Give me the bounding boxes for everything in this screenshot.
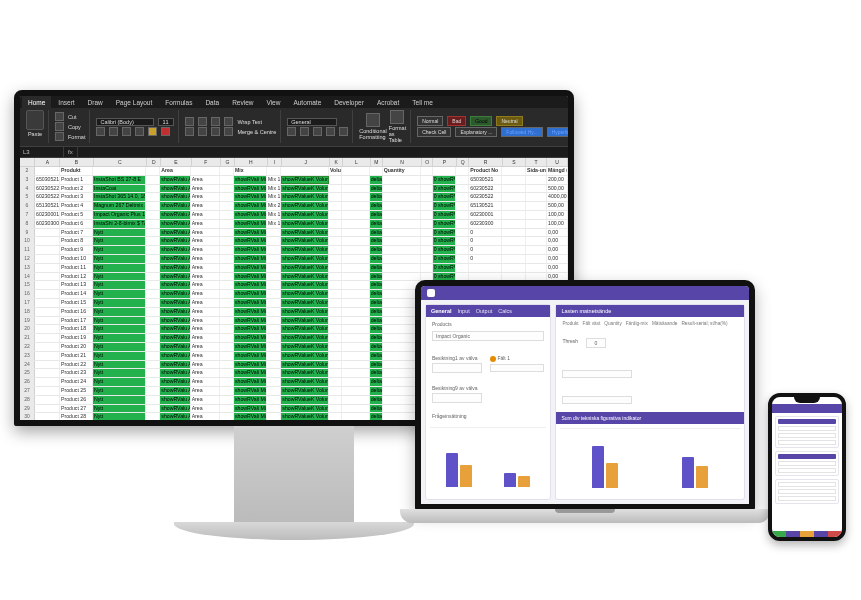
phone-nav-item[interactable] [800, 531, 814, 537]
col-header-R[interactable]: R [469, 158, 502, 167]
phone-field-8[interactable] [778, 496, 836, 501]
percent-icon[interactable] [300, 127, 309, 136]
phone-field-3[interactable] [778, 440, 836, 445]
style-followed[interactable]: Followed Hy... [501, 127, 542, 137]
table-row[interactable]: 2ProduktAreaMixVolumeQuantityProduct NoS… [20, 167, 568, 176]
col-header-C[interactable]: C [94, 158, 148, 167]
merge-icon[interactable] [224, 127, 233, 136]
style-good[interactable]: Good [470, 116, 492, 126]
fx-label[interactable]: fx [64, 147, 78, 157]
col-header-A[interactable]: A [35, 158, 60, 167]
table-row[interactable]: 860230300Product 6InstaShi 2-8-blmix $ T… [20, 220, 568, 229]
currency-icon[interactable] [287, 127, 296, 136]
font-color-icon[interactable] [161, 127, 170, 136]
style-hyperlink[interactable]: Hyperlink [547, 127, 574, 137]
phone-footer-nav[interactable] [772, 531, 842, 537]
col-header-G[interactable]: G [221, 158, 235, 167]
table-row[interactable]: 11Product 9NyttshowRValu AreaAreashowRVa… [20, 246, 568, 255]
phone-field-7[interactable] [778, 489, 836, 494]
table-row[interactable]: 9Product 7NyttshowRValu AreaAreashowRVal… [20, 229, 568, 238]
col-header-N[interactable]: N [383, 158, 422, 167]
phone-field-2[interactable] [778, 433, 836, 438]
table-row[interactable]: 10Product 8NyttshowRValu AreaAreashowRVa… [20, 237, 568, 246]
ribbon-tab-review[interactable]: Review [226, 96, 259, 108]
style-explanatory[interactable]: Explanatory ... [455, 127, 497, 137]
phone-nav-item[interactable] [786, 531, 800, 537]
col-header-B[interactable]: B [60, 158, 93, 167]
ribbon-tab-view[interactable]: View [260, 96, 286, 108]
phone-card-2[interactable] [775, 451, 839, 476]
right-input-2[interactable] [562, 396, 632, 404]
ribbon-tab-data[interactable]: Data [199, 96, 225, 108]
ribbon-tab-formulas[interactable]: Formulas [159, 96, 198, 108]
phone-field-6[interactable] [778, 482, 836, 487]
wrap-text-icon[interactable] [224, 117, 233, 126]
ribbon-tab-page-layout[interactable]: Page Layout [110, 96, 159, 108]
table-row[interactable]: 460230522Product 2InstaCoatshowRValu Are… [20, 185, 568, 194]
col-header-L[interactable]: L [343, 158, 371, 167]
col-header-J[interactable]: J [282, 158, 330, 167]
align-bot-icon[interactable] [211, 117, 220, 126]
ribbon-tab-developer[interactable]: Developer [328, 96, 370, 108]
table-row[interactable]: 560230522Product 3InstaShot 365 14.0, 18… [20, 193, 568, 202]
wrap-text-button[interactable]: Wrap Text [237, 119, 262, 125]
col-header-O[interactable]: O [422, 158, 433, 167]
bold-icon[interactable] [96, 127, 105, 136]
table-row[interactable]: 365030521Product 1InstaShot BS 27-8 Esho… [20, 176, 568, 185]
table-row[interactable]: 12Product 10NyttshowRValu AreaAreashowRV… [20, 255, 568, 264]
left-tab-general[interactable]: General [431, 308, 451, 314]
italic-icon[interactable] [109, 127, 118, 136]
cut-button[interactable]: Cut [68, 114, 77, 120]
fill-color-icon[interactable] [148, 127, 157, 136]
col-header-U[interactable]: U [547, 158, 568, 167]
align-mid-icon[interactable] [198, 117, 207, 126]
inc-decimal-icon[interactable] [326, 127, 335, 136]
phone-field-1[interactable] [778, 426, 836, 431]
font-size-select[interactable]: 11 [158, 118, 174, 126]
ribbon-tab-tell-me[interactable]: Tell me [406, 96, 439, 108]
col-header-S[interactable]: S [503, 158, 527, 167]
comma-icon[interactable] [313, 127, 322, 136]
col-header-I[interactable]: I [268, 158, 282, 167]
cond-format-button[interactable]: Conditional Formatting [359, 128, 387, 140]
col-header-K[interactable]: K [330, 158, 343, 167]
align-top-icon[interactable] [185, 117, 194, 126]
font-name-select[interactable]: Calibri (Body) [96, 118, 154, 126]
name-box[interactable]: L3 [20, 147, 64, 157]
left-tab-output[interactable]: Output [476, 308, 493, 314]
format-painter-button[interactable]: Format [68, 134, 85, 140]
thresh-input[interactable]: 0 [586, 338, 606, 348]
col-header-D[interactable]: D [147, 158, 161, 167]
paste-button[interactable]: Paste [22, 110, 49, 143]
merge-centre-button[interactable]: Merge & Centre [237, 129, 276, 135]
phone-nav-item[interactable] [772, 531, 786, 537]
align-center-icon[interactable] [198, 127, 207, 136]
col-header-F[interactable]: F [192, 158, 221, 167]
ribbon-tab-draw[interactable]: Draw [82, 96, 109, 108]
style-bad[interactable]: Bad [447, 116, 466, 126]
ribbon-tab-insert[interactable]: Insert [52, 96, 80, 108]
dec-decimal-icon[interactable] [339, 127, 348, 136]
field-dropdown[interactable] [490, 364, 544, 372]
col-header-M[interactable]: M [371, 158, 384, 167]
col-header-H[interactable]: H [235, 158, 268, 167]
table-row[interactable]: 13Product 11NyttshowRValu AreaAreashowRV… [20, 264, 568, 273]
field-input-2[interactable] [432, 393, 482, 403]
ribbon-tab-automate[interactable]: Automate [287, 96, 327, 108]
phone-nav-item[interactable] [828, 531, 842, 537]
align-left-icon[interactable] [185, 127, 194, 136]
field-input-1[interactable] [432, 363, 482, 373]
phone-card-1[interactable] [775, 416, 839, 448]
format-table-icon[interactable] [390, 110, 404, 124]
col-header-E[interactable]: E [161, 158, 191, 167]
phone-nav-item[interactable] [814, 531, 828, 537]
underline-icon[interactable] [122, 127, 131, 136]
format-table-button[interactable]: Format as Table [389, 125, 406, 143]
border-icon[interactable] [135, 127, 144, 136]
cond-format-icon[interactable] [366, 113, 380, 127]
col-header-P[interactable]: P [433, 158, 457, 167]
table-row[interactable]: 665130521Product 4Magnum 267 Deltmix 225… [20, 202, 568, 211]
left-tab-calcs[interactable]: Calcs [498, 308, 512, 314]
style-neutral[interactable]: Neutral [496, 116, 522, 126]
col-header-Q[interactable]: Q [457, 158, 470, 167]
